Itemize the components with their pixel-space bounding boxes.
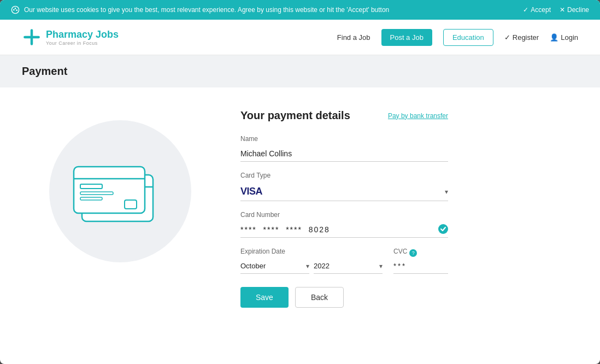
cookie-banner: Our website uses cookies to give you the… — [0, 0, 600, 20]
visa-label: VISA — [240, 186, 262, 197]
card-number-group: Card Number — [240, 211, 448, 238]
month-select-wrapper: October January February March April May… — [240, 259, 309, 274]
cvc-label-row: CVC ? — [393, 248, 448, 259]
logo-area: Pharmacy Jobs Your Career in Focus — [22, 27, 119, 47]
save-button[interactable]: Save — [240, 287, 289, 308]
svg-point-2 — [15, 8, 15, 9]
logo-text: Pharmacy Jobs Your Career in Focus — [46, 29, 119, 46]
svg-point-1 — [14, 9, 14, 10]
login-link[interactable]: 👤 Login — [550, 33, 578, 42]
card-number-input[interactable] — [240, 222, 448, 238]
checkmark-register-icon: ✓ — [504, 33, 510, 42]
expiry-section: Expiration Date October January February… — [240, 248, 383, 274]
cookie-message: Our website uses cookies to give you the… — [24, 6, 389, 14]
post-job-button[interactable]: Post a Job — [381, 29, 432, 46]
cvc-input[interactable] — [393, 259, 448, 274]
svg-point-18 — [438, 224, 448, 234]
payment-form: Your payment details Pay by bank transfe… — [240, 109, 448, 308]
card-type-group: Card Type VISA ▾ — [240, 172, 448, 201]
card-illustration-area — [33, 109, 208, 262]
month-select[interactable]: October January February March April May… — [240, 259, 309, 274]
form-buttons: Save Back — [240, 287, 448, 308]
decline-label: Decline — [567, 6, 589, 14]
name-group: Name — [240, 135, 448, 162]
card-type-select-wrapper: VISA ▾ — [240, 183, 448, 201]
svg-rect-12 — [74, 167, 145, 213]
expiry-selects: October January February March April May… — [240, 259, 383, 274]
year-select-wrapper: 2022 2023 2024 2025 2026 ▾ — [314, 259, 383, 274]
main-content: Your payment details Pay by bank transfe… — [0, 87, 600, 339]
credit-card-illustration — [66, 148, 175, 235]
find-job-link[interactable]: Find a Job — [337, 33, 370, 42]
cookie-actions: ✓ Accept ✕ Decline — [523, 6, 589, 14]
back-button[interactable]: Back — [295, 287, 344, 308]
card-number-wrapper — [240, 222, 448, 238]
cvc-help-icon[interactable]: ? — [409, 249, 417, 257]
cookie-accept-button[interactable]: ✓ Accept — [523, 6, 551, 14]
page-title: Payment — [22, 65, 578, 78]
cookie-message-area: Our website uses cookies to give you the… — [11, 5, 389, 14]
card-type-chevron-icon: ▾ — [445, 188, 448, 196]
name-label: Name — [240, 135, 448, 143]
nav-area: Find a Job Post a Job Education ✓ Regist… — [337, 29, 578, 46]
card-number-label: Card Number — [240, 211, 448, 219]
svg-point-0 — [11, 6, 19, 13]
form-title: Your payment details — [240, 109, 350, 122]
education-button[interactable]: Education — [443, 29, 493, 46]
cookie-decline-button[interactable]: ✕ Decline — [560, 6, 589, 14]
logo-subtitle: Your Career in Focus — [46, 40, 119, 46]
expiry-cvc-row: Expiration Date October January February… — [240, 248, 448, 274]
card-type-label: Card Type — [240, 172, 448, 179]
cookie-icon — [11, 5, 20, 14]
form-header: Your payment details Pay by bank transfe… — [240, 109, 448, 122]
svg-point-3 — [16, 10, 17, 10]
cvc-label: CVC — [393, 248, 407, 255]
illustration-circle — [49, 120, 191, 262]
bank-transfer-link[interactable]: Pay by bank transfer — [388, 112, 448, 120]
logo-title: Pharmacy Jobs — [46, 29, 119, 40]
expiration-label: Expiration Date — [240, 248, 383, 255]
x-icon: ✕ — [560, 6, 565, 14]
user-icon: 👤 — [550, 33, 558, 42]
logo-icon — [22, 27, 42, 47]
year-select[interactable]: 2022 2023 2024 2025 2026 — [314, 259, 383, 274]
cvc-section: CVC ? — [393, 248, 448, 274]
card-verified-icon — [438, 224, 448, 236]
checkmark-icon: ✓ — [523, 6, 528, 14]
page-title-bar: Payment — [0, 55, 600, 87]
header: Pharmacy Jobs Your Career in Focus Find … — [0, 20, 600, 55]
name-input[interactable] — [240, 146, 448, 162]
accept-label: Accept — [531, 6, 551, 14]
register-link[interactable]: ✓ Register — [504, 33, 539, 42]
